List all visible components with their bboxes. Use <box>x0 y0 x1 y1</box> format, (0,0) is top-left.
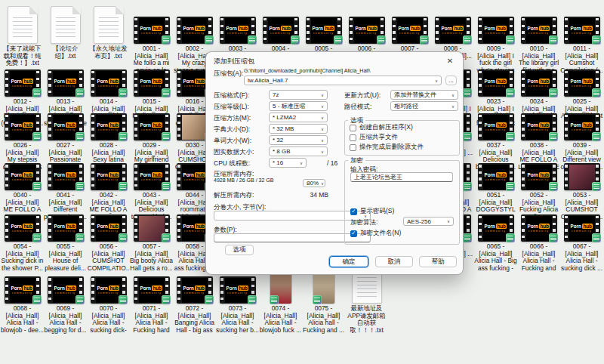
pornhub-logo: Pornhub <box>528 122 550 128</box>
file-label: 0056 - [Alicia_Hall] CUMSHOT COMPILATIO.… <box>87 243 130 273</box>
video-file[interactable]: Pornhubcommunity0056 - [Alicia_Hall] CUM… <box>87 213 130 273</box>
text-file[interactable]: 【来了就能下载和观看！纯免费！】.txt <box>1 6 44 67</box>
pornhub-logo: Pornhub <box>183 224 206 229</box>
filmstrip-video-icon <box>564 163 600 190</box>
filmstrip-sprockets <box>565 165 568 189</box>
cancel-button[interactable]: 取消 <box>375 256 413 267</box>
video-file[interactable]: Pornhubcommunity0009 - [Alicia_Hall] I f… <box>474 6 517 76</box>
file-thumbnail: Pornhubcommunity <box>48 213 84 242</box>
video-file[interactable]: Pornhubcommunity0001 - [Alicia_Hall] Me … <box>130 6 173 76</box>
watermark-badge-icon <box>32 233 42 242</box>
video-file[interactable]: Pornhubcommunity0068 - [Alicia_Hall] Ali… <box>1 275 44 335</box>
filmstrip-video-icon: Pornhubcommunity <box>134 113 170 140</box>
video-file[interactable]: Pornhubcommunity0065 - [Alicia_Hall] Ali… <box>474 213 517 273</box>
text-file[interactable]: 【论坛介绍】.txt <box>44 6 87 60</box>
chevron-down-icon: ∨ <box>321 116 324 120</box>
update-mode-combobox[interactable]: 添加并替换文件∨ <box>390 90 458 100</box>
word-size-combobox[interactable]: * 32∨ <box>269 135 328 145</box>
pornhub-logo: Pornhub <box>270 26 292 31</box>
video-file[interactable]: Pornhubcommunity0055 - [Alicia_Hall] Hou… <box>44 213 87 273</box>
archive-name-combobox[interactable]: lw.Alicia_Hall.7 ∨ <box>244 76 442 85</box>
watermark-badge-icon <box>377 35 386 45</box>
level-combobox[interactable]: 5 - 标准压缩∨ <box>269 101 328 111</box>
video-frame: Pornhubcommunity <box>96 165 122 190</box>
file-thumbnail: Pornhubcommunity <box>521 213 557 242</box>
video-file[interactable]: 0057 - [Alicia_Hall] Big booty Alicia Ha… <box>130 213 173 273</box>
path-mode-value: 相对路径 <box>394 102 418 110</box>
options-button[interactable]: 选项 <box>225 245 254 255</box>
video-file[interactable]: Pornhubcommunity0054 - [Alicia_Hall] Suc… <box>1 213 44 273</box>
brand-text: Porn <box>54 285 65 291</box>
video-file[interactable]: Pornhubcommunity0069 - [Alicia_Hall] Ali… <box>44 275 87 335</box>
video-file[interactable]: Pornhubcommunity0072 - [Alicia_Hall] Ban… <box>173 275 216 335</box>
watermark-badge-icon <box>119 132 128 141</box>
method-label: 压缩方法(M): <box>214 114 251 123</box>
video-file[interactable]: Pornhubcommunity0010 - [Alicia_Hall] The… <box>517 6 560 76</box>
filmstrip-video-icon: Pornhubcommunity <box>91 113 127 140</box>
dict-size-combobox[interactable]: * 32 MB∨ <box>269 124 328 134</box>
method-combobox[interactable]: * LZMA2∨ <box>269 113 328 122</box>
video-file[interactable]: Pornhubcommunity0071 - [Alicia_Hall] Ali… <box>130 275 173 335</box>
filmstrip-video-icon: Pornhubcommunity <box>349 17 385 44</box>
ok-button[interactable]: 确定 <box>329 256 368 267</box>
filmstrip-sprockets <box>134 18 137 42</box>
watermark-badge-icon <box>549 233 558 242</box>
filmstrip-video-icon: Pornhubcommunity <box>478 214 514 242</box>
video-file[interactable]: 0075 - [Alicia_Hall] Alicia hall - Fucki… <box>302 275 345 335</box>
format-combobox[interactable]: 7z∨ <box>269 90 328 100</box>
file-label: 【来了就能下载和观看！纯免费！】.txt <box>1 45 44 67</box>
video-file[interactable]: Pornhubcommunity0070 - [Alicia_Hall] Ali… <box>87 275 130 335</box>
text-file[interactable]: 【永久地址发布页】.txt <box>87 6 130 60</box>
pornhub-logo: Pornhub <box>183 285 206 291</box>
brand-text: Porn <box>528 224 538 229</box>
video-frame: Pornhubcommunity <box>225 278 251 303</box>
brand-text: Porn <box>571 26 581 31</box>
video-frame: Pornhubcommunity <box>10 115 35 140</box>
video-file[interactable]: Pornhubcommunity0066 - [Alicia_Hall] Ali… <box>517 213 560 273</box>
video-frame: Pornhubcommunity <box>182 18 208 43</box>
video-frame <box>182 115 208 140</box>
brand-text: Porn <box>270 26 280 31</box>
brand-text: hub <box>66 172 77 177</box>
encryption-method-combobox[interactable]: AES-256∨ <box>403 217 454 226</box>
text-file[interactable]: 最新地址及APP请发邮箱自动获取！！！.txt <box>345 275 388 335</box>
brand-text: Porn <box>11 224 22 229</box>
filmstrip-sprockets <box>177 216 180 240</box>
compress-shared-checkbox[interactable] <box>350 134 356 141</box>
filmstrip-video-icon: Pornhubcommunity <box>521 17 557 44</box>
video-file[interactable]: Pornhubcommunity0043 - [Alicia_Hall] Del… <box>130 162 173 221</box>
filmstrip-sprockets <box>5 71 8 95</box>
text-file-icon <box>94 6 124 44</box>
file-label: 0054 - [Alicia_Hall] Sucking dick in the… <box>1 243 44 273</box>
help-button[interactable]: 帮助 <box>419 256 457 267</box>
community-text: community <box>184 230 205 233</box>
community-text: community <box>98 178 119 181</box>
file-thumbnail <box>94 6 124 44</box>
video-file[interactable]: Pornhubcommunity0067 - [Alicia_Hall] Ali… <box>560 213 603 273</box>
file-label: 0075 - [Alicia_Hall] Alicia hall - Fucki… <box>302 305 345 335</box>
pornhub-logo: Pornhub <box>313 26 335 31</box>
browse-button[interactable]: ... <box>445 76 457 85</box>
create-sfx-checkbox[interactable] <box>350 125 356 131</box>
show-password-checkbox[interactable] <box>350 208 357 215</box>
delete-after-checkbox[interactable] <box>350 144 356 151</box>
video-frame: Pornhubcommunity <box>225 18 251 43</box>
password-input[interactable]: 上老王论坛当老王 <box>350 172 453 182</box>
video-frame: Pornhubcommunity <box>139 165 165 190</box>
cpu-threads-combobox[interactable]: * 16∨ <box>269 158 307 168</box>
video-file[interactable]: Pornhubcommunity0011 - [Alicia_Hall] Cum… <box>560 6 603 75</box>
video-file[interactable]: Pornhubcommunity0073 - [Alicia_Hall] Ali… <box>216 275 259 335</box>
video-file[interactable]: Pornhubcommunity0041 - [Alicia_Hall] Dif… <box>44 162 87 221</box>
watermark-badge-icon <box>32 132 42 141</box>
brand-text: hub <box>496 172 507 177</box>
video-file[interactable]: 0074 - [Alicia_Hall] Alicia Hall - blowj… <box>259 275 302 335</box>
file-label: 0066 - [Alicia_Hall] Alicia Hall - Fucki… <box>517 243 560 273</box>
filmstrip-sprockets <box>307 18 310 42</box>
encrypt-filenames-checkbox[interactable] <box>350 230 357 237</box>
solid-size-combobox[interactable]: * 8 GB∨ <box>269 147 328 156</box>
path-mode-combobox[interactable]: 相对路径∨ <box>390 101 458 111</box>
video-frame: Pornhubcommunity <box>354 18 380 43</box>
filmstrip-sprockets <box>134 115 137 139</box>
memory-percent-combobox[interactable]: 80%∨ <box>303 179 325 187</box>
close-icon[interactable]: ✕ <box>445 55 455 66</box>
